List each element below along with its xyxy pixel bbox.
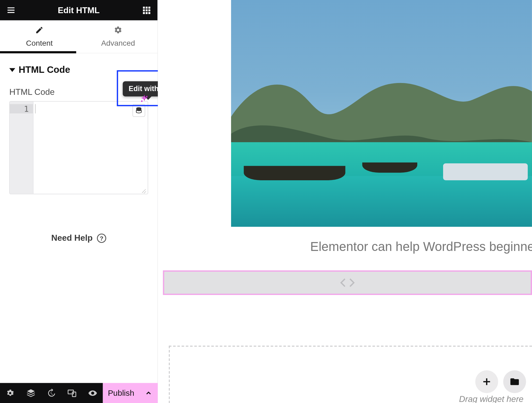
publish-options-button[interactable] bbox=[139, 389, 158, 397]
svg-rect-6 bbox=[143, 9, 145, 11]
boat-illustration bbox=[244, 166, 345, 180]
html-widget-placeholder[interactable] bbox=[163, 270, 532, 295]
tab-content-label: Content bbox=[26, 39, 53, 48]
database-icon bbox=[135, 107, 142, 114]
section-title: HTML Code bbox=[19, 64, 70, 75]
drop-area[interactable]: Drag widget here bbox=[169, 346, 532, 403]
preview-canvas: Elementor can help WordPress beginners m… bbox=[158, 0, 532, 403]
svg-rect-3 bbox=[143, 7, 145, 9]
svg-rect-10 bbox=[146, 12, 148, 14]
preview-caption: Elementor can help WordPress beginners m… bbox=[310, 240, 532, 254]
eye-icon bbox=[88, 388, 97, 398]
panel-header: Edit HTML bbox=[0, 0, 157, 20]
responsive-button[interactable] bbox=[63, 388, 80, 398]
pencil-icon bbox=[35, 26, 44, 36]
footer-toolbar bbox=[0, 383, 103, 403]
svg-rect-11 bbox=[148, 12, 150, 14]
add-widget-button[interactable] bbox=[475, 370, 498, 393]
svg-rect-5 bbox=[148, 7, 150, 9]
ai-button[interactable] bbox=[140, 95, 149, 105]
section-toggle-html-code[interactable]: HTML Code bbox=[0, 53, 157, 78]
code-area[interactable] bbox=[33, 102, 148, 194]
publish-button[interactable]: Publish bbox=[103, 388, 139, 398]
text-cursor bbox=[35, 104, 36, 113]
tab-advanced-label: Advanced bbox=[101, 39, 135, 48]
history-icon bbox=[47, 388, 56, 398]
settings-button[interactable] bbox=[2, 388, 19, 398]
history-button[interactable] bbox=[43, 388, 60, 398]
svg-point-16 bbox=[142, 101, 142, 102]
code-icon bbox=[340, 275, 355, 290]
need-help-label: Need Help bbox=[51, 233, 93, 243]
code-gutter: 1 bbox=[10, 102, 33, 194]
code-editor[interactable]: 1 bbox=[9, 101, 148, 194]
panel-footer: Publish bbox=[0, 383, 158, 403]
svg-rect-4 bbox=[146, 7, 148, 9]
ferry-illustration bbox=[443, 163, 528, 180]
line-number: 1 bbox=[10, 104, 33, 113]
folder-icon bbox=[509, 377, 520, 387]
chevron-down-icon bbox=[9, 68, 15, 72]
publish-segment: Publish bbox=[103, 383, 158, 403]
tab-content[interactable]: Content bbox=[0, 20, 79, 53]
editor-panel: Edit HTML Content Advanced HTML Code bbox=[0, 0, 158, 403]
hero-image bbox=[231, 0, 532, 227]
layers-icon bbox=[26, 388, 35, 398]
preview-button[interactable] bbox=[84, 388, 101, 398]
sparkle-icon bbox=[140, 95, 149, 103]
chevron-up-icon bbox=[145, 389, 152, 397]
navigator-button[interactable] bbox=[22, 388, 39, 398]
svg-point-15 bbox=[146, 96, 147, 97]
apps-grid-icon[interactable] bbox=[141, 4, 152, 16]
dynamic-tags-button[interactable] bbox=[132, 104, 145, 117]
plus-icon bbox=[481, 377, 492, 387]
menu-icon[interactable] bbox=[5, 4, 17, 16]
gear-icon bbox=[6, 388, 15, 398]
tab-advanced[interactable]: Advanced bbox=[79, 20, 157, 53]
svg-rect-9 bbox=[143, 12, 145, 14]
need-help-link[interactable]: Need Help ? bbox=[0, 194, 157, 243]
help-icon: ? bbox=[97, 233, 106, 243]
svg-rect-8 bbox=[148, 9, 150, 11]
boat-illustration bbox=[362, 163, 417, 173]
template-library-button[interactable] bbox=[503, 370, 526, 393]
resize-handle[interactable] bbox=[141, 187, 146, 193]
panel-tabs: Content Advanced bbox=[0, 20, 157, 53]
svg-rect-7 bbox=[146, 9, 148, 11]
panel-title: Edit HTML bbox=[17, 5, 141, 15]
gear-icon bbox=[114, 26, 123, 36]
devices-icon bbox=[67, 388, 77, 398]
drop-area-hint: Drag widget here bbox=[459, 394, 523, 403]
